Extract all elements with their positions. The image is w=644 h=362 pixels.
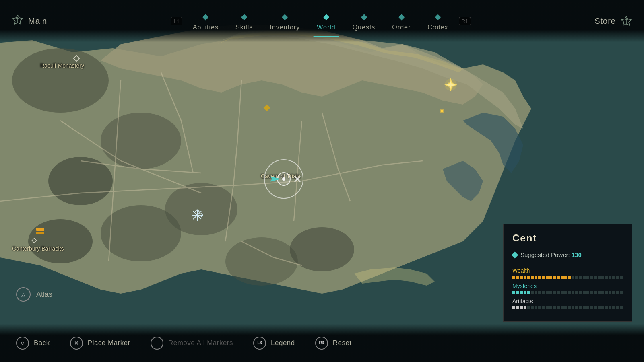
order-label: Order	[392, 24, 411, 31]
stat-segment	[542, 306, 545, 309]
mysteries-label: Mysteries	[512, 283, 623, 289]
stat-segment	[564, 306, 567, 309]
mystery-marker[interactable]	[190, 208, 204, 224]
store-label: Store	[594, 16, 616, 26]
legend-label: Legend	[271, 339, 295, 347]
stat-segment	[601, 291, 604, 294]
stat-segment	[561, 306, 564, 309]
stat-segment	[572, 276, 574, 279]
nav-item-skills[interactable]: ◆ Skills	[229, 8, 259, 34]
store-button[interactable]: Store	[594, 16, 632, 27]
stat-segment	[612, 291, 615, 294]
stat-segment	[535, 276, 537, 279]
nav-item-codex[interactable]: ◆ Codex	[421, 8, 454, 34]
stat-segment	[601, 306, 604, 309]
svg-point-1	[12, 48, 109, 113]
nav-item-abilities[interactable]: ◆ Abilities	[186, 8, 225, 34]
stat-segment	[586, 306, 589, 309]
back-button[interactable]: Back	[16, 337, 50, 350]
stat-segment	[542, 291, 545, 294]
atlas-label: Atlas	[36, 290, 52, 299]
reset-icon	[315, 337, 328, 350]
stat-segment	[512, 276, 515, 279]
svg-point-17	[441, 110, 443, 112]
svg-rect-12	[32, 238, 36, 243]
stat-segment	[549, 276, 552, 279]
player-cursor	[262, 157, 306, 203]
panel-divider-1	[512, 248, 623, 248]
world-icon: ◆	[323, 12, 329, 21]
svg-rect-10	[36, 228, 44, 231]
stat-segment	[516, 306, 519, 309]
quests-icon: ◆	[361, 12, 367, 21]
barracks-wealth-marker[interactable]	[35, 225, 46, 238]
stat-segment	[512, 291, 515, 294]
atlas-button[interactable]: △ Atlas	[16, 287, 52, 302]
stat-segment	[568, 276, 571, 279]
stat-segment	[575, 276, 578, 279]
main-button[interactable]: Main	[12, 14, 47, 28]
place-marker-icon	[70, 337, 83, 350]
nav-item-quests[interactable]: ◆ Quests	[346, 8, 382, 34]
svg-rect-11	[36, 232, 44, 234]
stat-segment	[579, 291, 582, 294]
stat-segment	[586, 276, 589, 279]
stat-segment	[524, 276, 526, 279]
quests-label: Quests	[353, 24, 376, 31]
skills-icon: ◆	[241, 12, 247, 21]
mysteries-bar	[512, 291, 623, 294]
artifacts-bar	[512, 306, 623, 309]
stat-segment	[598, 291, 601, 294]
svg-rect-9	[74, 56, 79, 61]
trigger-right: R1	[459, 17, 471, 25]
stat-segment	[553, 276, 556, 279]
nav-item-inventory[interactable]: ◆ Inventory	[263, 8, 306, 34]
stat-segment	[598, 276, 601, 279]
anomaly-marker-2[interactable]	[438, 107, 446, 117]
nav-item-world[interactable]: ◆ World	[310, 8, 342, 34]
coast-marker[interactable]	[262, 103, 271, 114]
codex-icon: ◆	[435, 12, 441, 21]
codex-label: Codex	[427, 24, 448, 31]
stat-segment	[598, 306, 601, 309]
skills-label: Skills	[235, 24, 253, 31]
nav-center: L1 ◆ Abilities ◆ Skills ◆ Inventory ◆ Wo…	[171, 8, 471, 34]
info-panel: Cent Suggested Power: 130 Wealth Mysteri…	[503, 224, 632, 322]
stat-segment	[583, 306, 586, 309]
barracks-marker[interactable]	[31, 238, 37, 245]
stat-segment	[531, 291, 534, 294]
stat-segment	[516, 276, 519, 279]
stat-segment	[535, 306, 537, 309]
stat-segment	[586, 291, 589, 294]
region-name: Cent	[512, 232, 623, 244]
stat-segment	[594, 306, 597, 309]
stat-segment	[572, 291, 574, 294]
stat-segment	[531, 276, 534, 279]
anomaly-marker-1[interactable]	[443, 77, 459, 95]
remove-markers-button[interactable]: Remove All Markers	[151, 337, 233, 350]
reset-button[interactable]: Reset	[315, 337, 352, 350]
legend-button[interactable]: Legend	[253, 337, 295, 350]
stat-segment	[583, 291, 586, 294]
stat-segment	[616, 306, 619, 309]
place-marker-label: Place Marker	[88, 339, 130, 347]
stat-segment	[553, 306, 556, 309]
stat-segment	[546, 306, 549, 309]
stat-segment	[561, 276, 564, 279]
stat-segment	[620, 306, 623, 309]
stat-segment	[612, 306, 615, 309]
monastery-marker[interactable]	[73, 55, 80, 64]
stat-segment	[557, 276, 559, 279]
remove-markers-label: Remove All Markers	[168, 339, 233, 347]
stat-segment	[564, 276, 567, 279]
stat-segment	[542, 276, 545, 279]
stat-segment	[564, 291, 567, 294]
artifacts-stat-row: Artifacts	[512, 298, 623, 309]
place-marker-button[interactable]: Place Marker	[70, 337, 130, 350]
abilities-label: Abilities	[193, 24, 219, 31]
stat-segment	[546, 291, 549, 294]
svg-point-5	[101, 205, 181, 261]
stat-segment	[557, 306, 559, 309]
stat-segment	[579, 276, 582, 279]
nav-item-order[interactable]: ◆ Order	[386, 8, 417, 34]
